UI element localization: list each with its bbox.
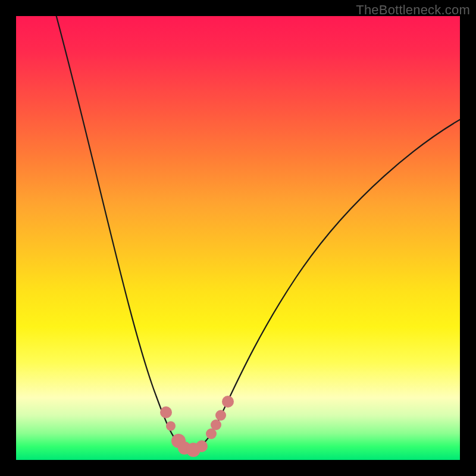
marker-dot (166, 421, 176, 431)
plot-area (16, 16, 460, 460)
marker-dot (211, 419, 221, 430)
bottleneck-curve (55, 16, 460, 450)
curve-layer (16, 16, 460, 460)
marker-dot (222, 396, 234, 408)
marker-dot (196, 440, 208, 452)
watermark-text: TheBottleneck.com (356, 2, 470, 18)
markers-group (160, 396, 234, 457)
marker-dot (160, 406, 172, 418)
chart-frame: TheBottleneck.com (0, 0, 476, 476)
marker-dot (215, 410, 226, 421)
